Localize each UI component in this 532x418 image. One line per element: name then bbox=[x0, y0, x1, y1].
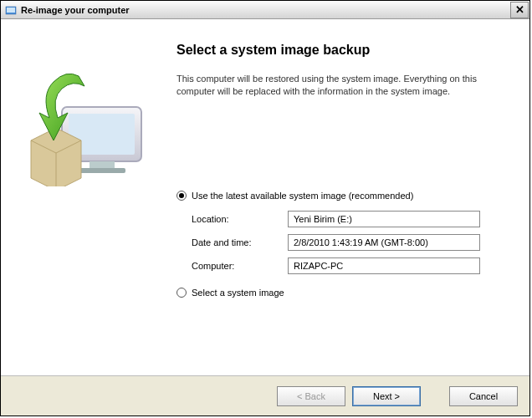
next-button[interactable]: Next > bbox=[352, 386, 421, 406]
radio-latest-row[interactable]: Use the latest available system image (r… bbox=[176, 191, 513, 201]
computer-label: Computer: bbox=[192, 261, 288, 271]
close-button[interactable]: ✕ bbox=[510, 2, 529, 18]
cancel-button[interactable]: Cancel bbox=[449, 386, 518, 406]
close-icon: ✕ bbox=[515, 3, 524, 16]
right-panel: Select a system image backup This comput… bbox=[168, 36, 513, 367]
computer-value: RIZAPC-PC bbox=[288, 257, 480, 274]
back-button[interactable]: < Back bbox=[277, 386, 345, 406]
datetime-label: Date and time: bbox=[192, 237, 288, 247]
datetime-row: Date and time: 2/8/2010 1:43:19 AM (GMT-… bbox=[192, 234, 513, 251]
restore-image-icon bbox=[24, 61, 150, 186]
svg-rect-4 bbox=[90, 161, 115, 168]
wizard-window: Re-image your computer ✕ bbox=[0, 0, 530, 416]
svg-rect-5 bbox=[79, 168, 125, 173]
location-value: Yeni Birim (E:) bbox=[288, 211, 480, 227]
radio-latest-indicator bbox=[176, 191, 187, 201]
datetime-value: 2/8/2010 1:43:19 AM (GMT-8:00) bbox=[288, 234, 480, 251]
location-label: Location: bbox=[192, 214, 288, 224]
radio-select-label: Select a system image bbox=[192, 288, 284, 298]
radio-latest-label: Use the latest available system image (r… bbox=[192, 191, 413, 201]
window-title: Re-image your computer bbox=[21, 5, 510, 15]
radio-select-indicator bbox=[176, 288, 187, 298]
titlebar: Re-image your computer ✕ bbox=[1, 1, 529, 19]
left-panel bbox=[18, 36, 168, 367]
location-row: Location: Yeni Birim (E:) bbox=[192, 211, 513, 227]
computer-row: Computer: RIZAPC-PC bbox=[192, 257, 513, 274]
content-area: Select a system image backup This comput… bbox=[1, 19, 529, 375]
app-icon bbox=[4, 3, 18, 17]
page-heading: Select a system image backup bbox=[176, 43, 513, 58]
button-bar: < Back Next > Cancel bbox=[1, 375, 529, 415]
page-description: This computer will be restored using the… bbox=[176, 73, 513, 99]
radio-select-row[interactable]: Select a system image bbox=[176, 288, 513, 298]
svg-rect-1 bbox=[7, 8, 15, 13]
